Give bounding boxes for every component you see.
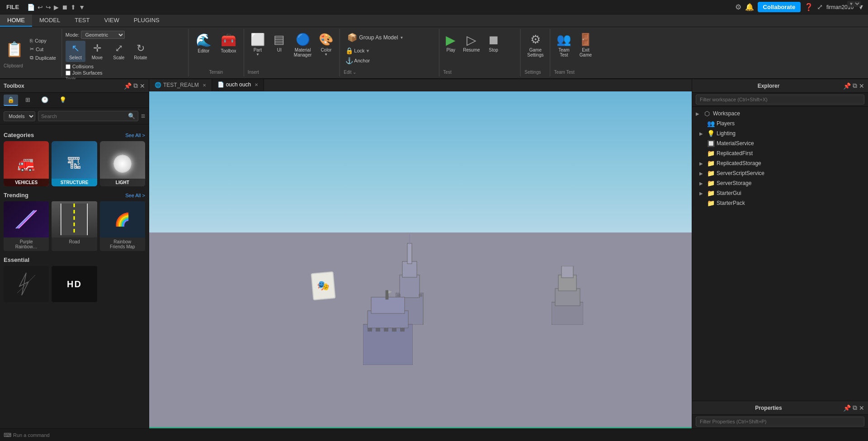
ouch-ouch-tab-icon: 📄 [217,81,224,88]
mode-dropdown[interactable]: Geometric Local Space Global Space [81,31,125,39]
scale-button[interactable]: ⤢ Scale [109,41,129,62]
explorer-filter-dropdown[interactable]: ▼ [847,1,861,7]
properties-close-icon[interactable]: ✕ [859,404,864,412]
toolbox-popout-icon[interactable]: ⧉ [133,82,138,90]
collisions-checkbox[interactable]: Collisions [66,64,184,69]
properties-filter-input[interactable] [696,417,864,427]
play-button[interactable]: ▶ Play [443,31,458,54]
color-dropdown-icon[interactable]: ▼ [324,52,328,57]
tree-item-material-service[interactable]: ▶ 🔲 MaterialService [692,138,868,148]
rotate-button[interactable]: ↻ Rotate [131,41,151,62]
command-bar-input[interactable] [13,432,864,438]
toolbox-filter-row: Models 🔍 ≡ [0,108,149,124]
tree-item-players[interactable]: ▶ 👥 Players [692,119,868,128]
toolbox-search-input[interactable] [41,114,128,119]
title-bar: FILE 📄 ↩ ↪ ▶ ⏹ ⬆ ▼ ⚙ 🔔 Collaborate ❓ ⤢ f… [0,0,868,14]
part-button[interactable]: ⬜ Part ▼ [248,31,268,58]
resume-button[interactable]: ▷ Resume [460,31,482,54]
material-manager-button[interactable]: 🔵 MaterialManager [291,31,314,59]
essential-hd[interactable]: HD [52,266,97,302]
help-icon[interactable]: ❓ [804,3,813,11]
toolbox-pin-icon[interactable]: 📌 [124,82,132,90]
toolbox-tab-bulb[interactable]: 💡 [56,95,70,106]
copy-button[interactable]: ⎘ Copy [28,37,58,44]
join-surfaces-checkbox[interactable]: Join Surfaces [66,70,184,76]
essential-cracks[interactable] [4,266,49,302]
tree-item-lighting[interactable]: ▶ 💡 Lighting [692,128,868,138]
categories-see-all[interactable]: See All > [125,133,145,138]
group-as-model-button[interactable]: 📦 Group As Model ▼ [344,31,407,44]
category-vehicles[interactable]: 🚒 VEHICLES [4,141,49,186]
paste-icon[interactable]: 📋 [4,39,25,60]
undo-icon[interactable]: ↩ [38,4,43,11]
properties-popout-icon[interactable]: ⧉ [853,404,857,412]
trending-road[interactable]: Road [52,201,97,251]
collaborate-button[interactable]: Collaborate [758,2,801,12]
cut-button[interactable]: ✂ Cut [28,45,58,53]
explorer-popout-icon[interactable]: ⧉ [853,82,857,90]
toolbox-close-icon[interactable]: ✕ [140,82,145,90]
play-title-icon[interactable]: ▶ [54,4,59,11]
explorer-filter-input[interactable] [696,95,864,104]
team-test-button[interactable]: 👥 TeamTest [554,31,574,59]
properties-pin-icon[interactable]: 📌 [843,404,851,412]
tab-plugins[interactable]: PLUGINS [127,14,167,27]
redo-icon[interactable]: ↪ [46,4,51,11]
lock-dropdown-icon[interactable]: ▼ [366,48,370,53]
game-settings-button[interactable]: ⚙ GameSettings [524,31,546,59]
move-button[interactable]: ✛ Move [87,41,107,62]
part-dropdown-icon[interactable]: ▼ [256,52,259,57]
stop-title-icon[interactable]: ⏹ [61,4,68,11]
tab-view[interactable]: VIEW [97,14,126,27]
tab-test[interactable]: TEST [67,14,97,27]
test-realm-tab-close[interactable]: ✕ [203,83,206,88]
select-button[interactable]: ↖ Select [66,41,85,62]
file-menu[interactable]: FILE [4,4,22,10]
trending-see-all[interactable]: See All > [125,193,145,198]
exit-game-button[interactable]: 🚪 ExitGame [576,31,595,59]
select-icon: ↖ [71,43,80,54]
category-structure[interactable]: 🏗 STRUCTURE [52,141,97,186]
viewport-tab-ouch-ouch[interactable]: 📄 ouch ouch ✕ [212,79,264,91]
terrain-editor-button[interactable]: 🌊 Editor [192,31,215,55]
ouch-ouch-tab-close[interactable]: ✕ [255,82,258,87]
group-model-dropdown-icon[interactable]: ▼ [400,36,403,40]
category-light[interactable]: LIGHT [100,141,145,186]
publish-icon[interactable]: ⬆ [71,4,76,11]
dropdown-title-icon[interactable]: ▼ [79,4,85,11]
toolbox-tab-inventory[interactable]: 🔒 [4,95,18,106]
players-icon: 👥 [707,120,715,127]
color-button[interactable]: 🎨 Color ▼ [316,31,336,58]
replicated-first-icon: 📁 [707,150,715,157]
terrain-toolbox-button[interactable]: 🧰 Toolbox [217,31,240,55]
toolbox-filter-icon[interactable]: ≡ [141,112,145,120]
trending-purple-rainbow[interactable]: PurpleRainbow… [4,201,49,251]
tree-item-replicated-storage[interactable]: ▶ 📁 ReplicatedStorage [692,158,868,168]
share-icon[interactable]: ⤢ [817,3,823,11]
explorer-pin-icon[interactable]: 📌 [843,82,851,90]
tools-group: Mode: Geometric Local Space Global Space… [62,29,189,76]
viewport-tab-test-realm[interactable]: 🌐 TEST_REALM ✕ [149,79,212,91]
tree-item-server-script-service[interactable]: ▶ 📁 ServerScriptService [692,168,868,178]
notification-icon[interactable]: 🔔 [745,3,754,11]
settings-icon[interactable]: ⚙ [735,3,741,11]
tree-item-workspace[interactable]: ▶ ⬡ Workspace [692,109,868,119]
explorer-close-icon[interactable]: ✕ [859,82,864,90]
viewport-canvas[interactable]: 🎭 [149,91,692,427]
duplicate-button[interactable]: ⧉ Duplicate [28,54,58,62]
tree-item-starter-pack[interactable]: ▶ 📁 StarterPack [692,198,868,208]
tree-item-starter-gui[interactable]: ▶ 📁 StarterGui [692,188,868,198]
toolbox-tab-recent[interactable]: 🕐 [38,95,52,106]
tree-item-server-storage[interactable]: ▶ 📁 ServerStorage [692,178,868,188]
stop-button[interactable]: ⏹ Stop [485,31,503,54]
anchor-button[interactable]: ⚓ Anchor [344,56,407,65]
lock-button[interactable]: 🔒 Lock ▼ [344,46,407,55]
trending-rainbow-friends[interactable]: 🌈 RainbowFriends Map [100,201,145,251]
tab-home[interactable]: HOME [0,14,32,27]
tab-model[interactable]: MODEL [32,14,67,27]
toolbox-tab-grid[interactable]: ⊞ [22,95,34,106]
new-file-icon[interactable]: 📄 [27,4,35,11]
toolbox-filter-dropdown[interactable]: Models [4,111,35,121]
ui-button[interactable]: ▤ UI [269,31,289,54]
tree-item-replicated-first[interactable]: ▶ 📁 ReplicatedFirst [692,148,868,158]
